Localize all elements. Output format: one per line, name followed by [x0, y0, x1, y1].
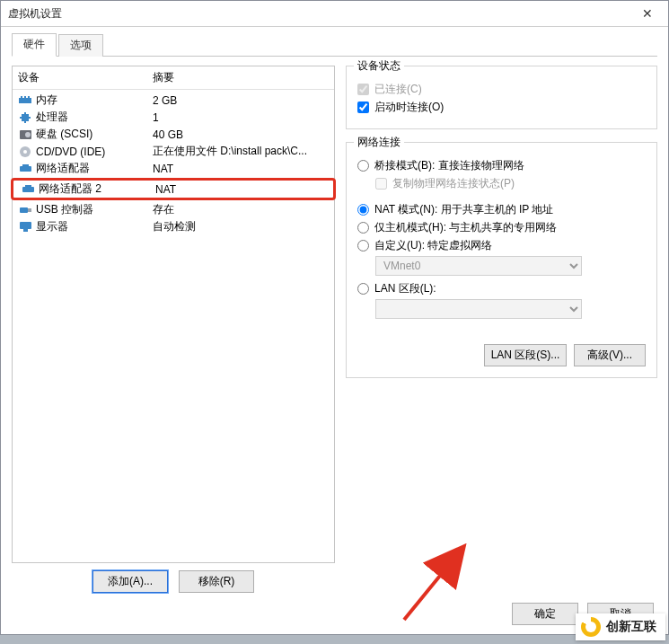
group-legend: 设备状态: [354, 58, 404, 74]
lan-segments-button[interactable]: LAN 区段(S)...: [484, 344, 567, 366]
col-device: 设备: [18, 70, 153, 85]
connect-on-start-input[interactable]: [357, 101, 369, 113]
tab-options[interactable]: 选项: [58, 34, 103, 57]
list-item-net2[interactable]: 网络适配器 2 NAT: [15, 181, 331, 198]
hostonly-radio[interactable]: 仅主机模式(H): 与主机共享的专用网络: [357, 220, 646, 235]
display-icon: [18, 221, 32, 234]
list-item-display[interactable]: 显示器 自动检测: [13, 218, 334, 235]
close-icon[interactable]: ✕: [632, 6, 663, 21]
window-title: 虚拟机设置: [8, 6, 62, 22]
hdd-icon: [18, 128, 32, 141]
list-body: 内存 2 GB 处理器 1 硬盘 (SCSI): [13, 90, 334, 237]
svg-point-12: [23, 150, 27, 154]
replicate-checkbox: 复制物理网络连接状态(P): [375, 176, 646, 191]
list-item-net1[interactable]: 网络适配器 NAT: [13, 160, 334, 177]
connected-checkbox: 已连接(C): [357, 82, 646, 97]
list-item-hdd[interactable]: 硬盘 (SCSI) 40 GB: [13, 126, 334, 143]
usb-icon: [18, 204, 32, 216]
cpu-icon: [18, 111, 32, 124]
connect-on-start-checkbox[interactable]: 启动时连接(O): [357, 100, 646, 115]
list-item-cd[interactable]: CD/DVD (IDE) 正在使用文件 D:\install pack\C...: [13, 143, 334, 160]
bridged-input[interactable]: [357, 160, 369, 172]
device-name: USB 控制器: [36, 202, 93, 217]
device-summary: 自动检测: [153, 219, 329, 234]
custom-radio[interactable]: 自定义(U): 特定虚拟网络: [357, 238, 646, 253]
remove-button[interactable]: 移除(R): [179, 570, 254, 593]
tab-hardware[interactable]: 硬件: [12, 33, 57, 57]
svg-rect-14: [22, 164, 29, 168]
col-summary: 摘要: [153, 70, 329, 85]
svg-rect-1: [21, 96, 22, 98]
left-pane: 设备 摘要 内存 2 GB 处理器: [12, 66, 335, 593]
svg-rect-0: [19, 98, 31, 103]
device-summary: 2 GB: [153, 94, 329, 107]
highlight-selected: 网络适配器 2 NAT: [11, 178, 336, 200]
ok-button[interactable]: 确定: [512, 603, 578, 625]
network-icon: [18, 163, 32, 175]
svg-rect-6: [24, 121, 26, 123]
titlebar: 虚拟机设置 ✕: [1, 1, 668, 27]
svg-rect-19: [20, 222, 31, 229]
vm-settings-window: 虚拟机设置 ✕ 硬件 选项 设备 摘要 内: [0, 0, 669, 635]
nat-input[interactable]: [357, 204, 369, 216]
list-item-memory[interactable]: 内存 2 GB: [13, 92, 334, 109]
lan-input[interactable]: [357, 283, 369, 295]
device-summary: 40 GB: [153, 128, 329, 141]
device-name: 硬盘 (SCSI): [36, 127, 92, 142]
network-icon: [21, 183, 35, 196]
device-summary: 存在: [153, 202, 329, 217]
bridged-radio[interactable]: 桥接模式(B): 直接连接物理网络: [357, 158, 646, 173]
svg-rect-17: [20, 207, 28, 213]
replicate-input: [375, 178, 387, 190]
svg-rect-16: [25, 185, 31, 189]
lan-radio[interactable]: LAN 区段(L):: [357, 281, 646, 296]
svg-rect-7: [20, 117, 22, 119]
svg-rect-20: [23, 229, 28, 232]
svg-rect-8: [29, 117, 31, 119]
device-name: 网络适配器: [36, 161, 90, 176]
svg-rect-18: [28, 208, 31, 212]
add-button[interactable]: 添加(A)...: [92, 570, 168, 593]
network-connection-group: 网络连接 桥接模式(B): 直接连接物理网络 复制物理网络连接状态(P) NAT…: [346, 142, 657, 378]
memory-icon: [18, 94, 32, 107]
custom-input[interactable]: [357, 240, 369, 251]
device-status-group: 设备状态 已连接(C) 启动时连接(O): [346, 66, 657, 129]
list-header: 设备 摘要: [13, 66, 334, 90]
logo-text: 创新互联: [606, 619, 656, 635]
advanced-button[interactable]: 高级(V)...: [574, 344, 646, 366]
group-legend: 网络连接: [354, 135, 404, 150]
device-name: CD/DVD (IDE): [36, 146, 105, 158]
svg-rect-2: [24, 96, 26, 98]
device-name: 处理器: [36, 110, 68, 125]
right-pane: 设备状态 已连接(C) 启动时连接(O) 网络连接 桥接模式(B): 直接连接物: [346, 66, 657, 593]
connected-input: [357, 84, 369, 95]
device-summary: NAT: [155, 183, 326, 196]
logo-icon: [581, 617, 601, 637]
device-summary: NAT: [153, 163, 329, 175]
hostonly-input[interactable]: [357, 222, 369, 234]
device-summary: 正在使用文件 D:\install pack\C...: [153, 144, 329, 159]
svg-rect-4: [22, 114, 29, 121]
svg-rect-3: [28, 96, 30, 98]
logo-badge: 创新互联: [576, 613, 665, 640]
device-name: 网络适配器 2: [39, 181, 101, 197]
list-item-cpu[interactable]: 处理器 1: [13, 109, 334, 126]
device-list: 设备 摘要 内存 2 GB 处理器: [12, 66, 335, 563]
svg-point-10: [25, 132, 31, 137]
device-name: 内存: [36, 93, 57, 108]
device-name: 显示器: [36, 219, 68, 234]
svg-rect-5: [24, 112, 26, 114]
device-summary: 1: [153, 111, 329, 124]
tabs: 硬件 选项: [12, 34, 657, 57]
list-item-usb[interactable]: USB 控制器 存在: [13, 201, 334, 218]
nat-radio[interactable]: NAT 模式(N): 用于共享主机的 IP 地址: [357, 202, 646, 217]
custom-vmnet-select: VMnet0: [375, 256, 582, 276]
cd-icon: [18, 146, 32, 158]
lan-segment-select: [375, 299, 582, 319]
